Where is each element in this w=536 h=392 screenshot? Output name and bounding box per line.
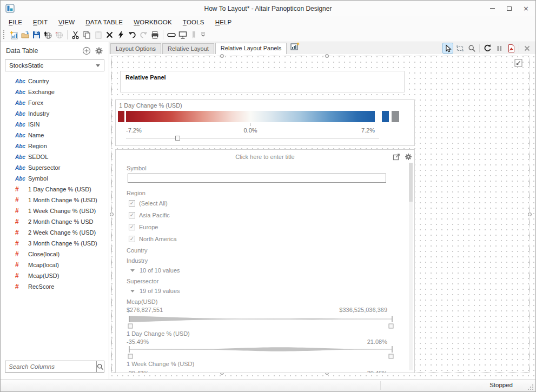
text-field-item[interactable]: Abc Symbol <box>1 173 109 184</box>
text-field-item[interactable]: Abc Region <box>1 141 109 151</box>
undo-button[interactable] <box>127 29 138 41</box>
industry-values-dropdown[interactable]: 10 of 10 values <box>130 267 180 274</box>
daychange-range-slider[interactable] <box>128 346 394 360</box>
toolbar-overflow-button[interactable] <box>201 31 206 38</box>
toolbar-grip[interactable] <box>3 30 6 39</box>
daychange-slider-max-handle[interactable] <box>389 354 393 358</box>
tab-relative-layout[interactable]: Relative Layout <box>162 43 214 54</box>
open-workbook-button[interactable] <box>19 29 31 41</box>
text-field-item[interactable]: Abc Industry <box>1 108 109 119</box>
numeric-type-icon: # <box>15 218 28 225</box>
close-button[interactable]: × <box>518 1 534 16</box>
menu-item[interactable]: DATA TABLE <box>80 18 128 26</box>
selection-handle[interactable] <box>110 212 114 216</box>
relative-panel-box[interactable]: Relative Panel <box>120 71 405 92</box>
text-field-item[interactable]: Abc Country <box>1 76 109 87</box>
undo-icon <box>128 30 137 39</box>
cut-button[interactable] <box>70 29 81 41</box>
filter-scrollbar-thumb[interactable] <box>409 163 413 202</box>
content-area: Layout Options Relative Layout Relative … <box>109 42 535 379</box>
supersector-values-dropdown[interactable]: 19 of 19 values <box>130 288 180 294</box>
menu-item[interactable]: TOOLS <box>177 18 210 26</box>
numeric-field-item[interactable]: # Mcap(USD) <box>1 270 109 281</box>
numeric-field-item[interactable]: # 1 Day Change % (USD) <box>1 184 109 195</box>
search-button[interactable] <box>96 361 104 372</box>
daychange-slider-min-handle[interactable] <box>128 354 133 358</box>
data-table-selector[interactable]: StocksStatic <box>5 59 104 71</box>
symbol-filter-label: Symbol <box>127 165 147 171</box>
selection-handle[interactable] <box>325 54 329 58</box>
menu-item[interactable]: VIEW <box>53 18 80 26</box>
region-option-select-all[interactable]: ✓ (Select All) <box>129 200 168 207</box>
numeric-field-item[interactable]: # Close(local) <box>1 249 109 260</box>
legend-slider-handle[interactable] <box>175 136 180 141</box>
layout-canvas[interactable]: Relative Panel 1 Day Change % (USD) -7.2… <box>109 54 535 379</box>
filter-maximize-button[interactable] <box>393 153 400 163</box>
numeric-field-item[interactable]: # RecScore <box>1 281 109 292</box>
refresh-data-button[interactable] <box>115 29 127 41</box>
numeric-field-item[interactable]: # Mcap(local) <box>1 260 109 270</box>
bookmark-button[interactable] <box>188 29 200 41</box>
new-dashboard-icon <box>290 42 300 51</box>
data-table-settings-gear-icon[interactable] <box>95 46 103 55</box>
refresh-button[interactable] <box>482 43 493 54</box>
filter-settings-button[interactable] <box>405 153 412 163</box>
new-workbook-button[interactable] <box>8 29 19 41</box>
menu-item[interactable]: WORKBOOK <box>128 18 177 26</box>
pointer-tool-button[interactable] <box>442 43 453 54</box>
numeric-field-item[interactable]: # 1 Month Change % (USD) <box>1 195 109 205</box>
numeric-field-item[interactable]: # 1 Week Change % (USD) <box>1 205 109 216</box>
mcap-slider-max-handle[interactable] <box>389 324 393 328</box>
publish-button[interactable] <box>42 29 54 41</box>
copy-button[interactable] <box>81 29 92 41</box>
region-option-europe[interactable]: ✓ Europe <box>129 223 158 231</box>
print-button[interactable] <box>149 29 161 41</box>
menu-item[interactable]: EDIT <box>28 18 53 26</box>
numeric-field-item[interactable]: # 2 Week Change % (USD) <box>1 227 109 238</box>
marquee-select-button[interactable] <box>454 43 465 54</box>
export-pdf-button[interactable] <box>506 43 517 54</box>
text-field-item[interactable]: Abc SEDOL <box>1 151 109 162</box>
mcap-range-slider[interactable] <box>128 315 394 329</box>
paste-button[interactable] <box>92 29 104 41</box>
filter-scrollbar[interactable] <box>409 163 413 370</box>
tab-layout-options[interactable]: Layout Options <box>110 43 161 54</box>
presentation-button[interactable] <box>177 29 188 41</box>
menu-item[interactable]: FILE <box>3 18 28 26</box>
tab-relative-layout-panels[interactable]: Relative Layout Panels <box>215 43 287 54</box>
close-dashboard-button[interactable] <box>521 43 532 54</box>
symbol-filter-input[interactable] <box>128 174 386 183</box>
new-dashboard-button[interactable] <box>290 42 300 53</box>
region-option-north-america[interactable]: ✓ North America <box>129 235 177 243</box>
numeric-field-item[interactable]: # 3 Month Change % (USD) <box>1 238 109 249</box>
unpublish-button[interactable] <box>54 29 65 41</box>
redo-button[interactable] <box>138 29 149 41</box>
add-data-table-icon[interactable] <box>82 46 91 55</box>
text-field-item[interactable]: Abc Supersector <box>1 162 109 173</box>
legend-slider-track[interactable] <box>126 138 379 138</box>
text-field-item[interactable]: Abc Forex <box>1 97 109 108</box>
resize-grip-icon[interactable] <box>527 384 534 390</box>
text-field-item[interactable]: Abc Exchange <box>1 87 109 97</box>
mcap-slider-min-handle[interactable] <box>128 324 133 328</box>
minimize-button[interactable] <box>484 1 501 16</box>
pause-button[interactable] <box>494 43 505 54</box>
selection-handle[interactable] <box>220 54 224 58</box>
save-button[interactable] <box>31 29 42 41</box>
canvas-expand-button[interactable] <box>514 59 522 69</box>
menu-item[interactable]: HELP <box>210 18 237 26</box>
text-field-item[interactable]: Abc Name <box>1 130 109 141</box>
delete-button[interactable] <box>104 29 115 41</box>
text-field-item[interactable]: Abc ISIN <box>1 119 109 130</box>
weekchange-filter-label: 1 Week Change % (USD) <box>127 361 194 367</box>
selection-handle[interactable] <box>528 212 532 216</box>
filter-panel[interactable]: Click here to enter title Symbol Region … <box>115 149 415 373</box>
zoom-tool-button[interactable] <box>466 43 477 54</box>
parameter-button[interactable] <box>166 29 177 41</box>
search-columns-input[interactable] <box>5 361 96 372</box>
maximize-button[interactable] <box>501 1 518 16</box>
numeric-field-item[interactable]: # 2 Month Change % USD <box>1 216 109 227</box>
color-legend-panel[interactable]: 1 Day Change % (USD) -7.2% 0.0% 7.2% <box>115 99 415 146</box>
filter-panel-title-placeholder[interactable]: Click here to enter title <box>116 154 414 160</box>
region-option-asia-pacific[interactable]: ✓ Asia Pacific <box>129 211 170 219</box>
